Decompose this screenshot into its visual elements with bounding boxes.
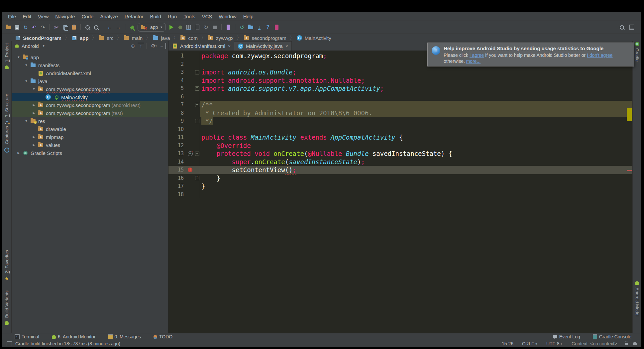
code-line[interactable]: 3−import android.os.Bundle; bbox=[168, 68, 632, 76]
menu-help[interactable]: Help bbox=[240, 14, 257, 19]
context-indicator[interactable]: Context: <no context> bbox=[572, 341, 617, 346]
hide-panel-icon[interactable]: ← bbox=[159, 43, 166, 49]
close-icon[interactable]: × bbox=[228, 44, 231, 49]
redo-icon[interactable]: ↷ bbox=[39, 24, 47, 31]
undo-icon[interactable]: ↶ bbox=[31, 24, 38, 31]
help-icon[interactable]: ? bbox=[264, 24, 271, 31]
toolwindow-tab-project[interactable]: 1: Project bbox=[2, 43, 11, 69]
layout-inspector-icon[interactable] bbox=[273, 24, 280, 31]
code-line[interactable]: 6 bbox=[168, 93, 632, 101]
toolwindow-tab-structure[interactable]: 7: Structure bbox=[2, 94, 11, 124]
line-number[interactable]: 5 bbox=[168, 84, 186, 93]
tree-row-androidmanifest[interactable]: AndroidManifest.xml bbox=[12, 69, 168, 77]
tree-row-package-main[interactable]: ▼com.zywwgx.secondprogram bbox=[12, 85, 168, 93]
hector-robot-icon[interactable] bbox=[633, 342, 637, 345]
lock-icon[interactable] bbox=[625, 343, 628, 345]
replace-icon[interactable] bbox=[92, 24, 100, 31]
fold-marker-icon[interactable]: ^ bbox=[195, 119, 199, 123]
line-number[interactable]: 14 bbox=[168, 158, 186, 166]
locate-icon[interactable]: ⊕ bbox=[130, 43, 136, 49]
tree-row-res[interactable]: ▼res bbox=[12, 117, 168, 125]
tab-mainactivity[interactable]: C MainActivity.java × bbox=[234, 41, 292, 51]
fold-marker-icon[interactable]: ^ bbox=[195, 86, 199, 91]
hide-windows-icon[interactable] bbox=[628, 24, 635, 31]
menu-vcs[interactable]: VCS bbox=[198, 14, 215, 19]
toolwindow-tab-gradle-console[interactable]: Gradle Console bbox=[593, 334, 631, 339]
breadcrumb-zywwgx[interactable]: zywwgx bbox=[208, 35, 234, 41]
rerun-icon[interactable]: ↻ bbox=[202, 24, 210, 31]
breadcrumb-com[interactable]: com bbox=[180, 35, 198, 41]
line-number[interactable]: 8 bbox=[168, 109, 186, 117]
stop-icon[interactable] bbox=[211, 24, 218, 31]
code-line[interactable]: 14 super.onCreate(savedInstanceState); bbox=[168, 158, 632, 166]
save-all-icon[interactable] bbox=[13, 24, 21, 31]
run-with-coverage-icon[interactable] bbox=[185, 24, 192, 31]
breadcrumb-app[interactable]: app bbox=[71, 35, 89, 41]
fold-marker-icon[interactable]: − bbox=[195, 70, 199, 74]
toolwindow-tab-todo[interactable]: TODO bbox=[154, 334, 172, 339]
expand-arrow[interactable]: ▼ bbox=[23, 119, 30, 123]
line-number[interactable]: 16 bbox=[168, 174, 186, 182]
debug-icon[interactable] bbox=[176, 24, 184, 31]
line-number[interactable]: 3 bbox=[168, 68, 186, 76]
tree-row-mainactivity[interactable]: CMainActivity bbox=[12, 93, 168, 101]
breadcrumb-project[interactable]: SecondProgram bbox=[15, 35, 61, 41]
tree-row-package-androidtest[interactable]: ▶com.zywwgx.secondprogram (androidTest) bbox=[12, 101, 168, 109]
tab-androidmanifest[interactable]: AndroidManifest.xml × bbox=[168, 42, 234, 51]
line-number[interactable]: 1 bbox=[168, 52, 186, 60]
toolwindow-tab-terminal[interactable]: >_Terminal bbox=[15, 334, 39, 339]
menu-navigate[interactable]: Navigate bbox=[52, 14, 78, 19]
menu-analyze[interactable]: Analyze bbox=[97, 14, 121, 19]
tree-row-mipmap[interactable]: ▶mipmap bbox=[12, 133, 168, 141]
back-icon[interactable]: ← bbox=[106, 24, 113, 31]
gradle-sync-icon[interactable]: ↺ bbox=[238, 24, 246, 31]
line-number[interactable]: 2 bbox=[168, 60, 186, 68]
tree-row-java[interactable]: ▼java bbox=[12, 77, 168, 85]
line-number[interactable]: 11 bbox=[168, 133, 186, 142]
fold-marker-icon[interactable]: − bbox=[195, 152, 199, 156]
code-line[interactable]: 10 bbox=[168, 125, 632, 134]
menu-tools[interactable]: Tools bbox=[180, 14, 198, 19]
open-project-icon[interactable] bbox=[5, 24, 12, 31]
line-number[interactable]: 4 bbox=[168, 76, 186, 85]
code-line[interactable]: 7−/** bbox=[168, 101, 632, 109]
breadcrumb-mainactivity[interactable]: CMainActivity bbox=[296, 35, 331, 41]
line-number[interactable]: 17 bbox=[168, 182, 186, 190]
fold-marker-icon[interactable]: ^ bbox=[195, 176, 199, 180]
line-number[interactable]: 10 bbox=[168, 125, 186, 134]
find-icon[interactable] bbox=[84, 24, 91, 31]
menu-file[interactable]: File bbox=[5, 14, 19, 19]
code-line[interactable]: 5^import android.support.v7.app.AppCompa… bbox=[168, 84, 632, 93]
toolwindow-tab-android-model[interactable]: Android Model bbox=[633, 281, 641, 316]
paste-icon[interactable] bbox=[70, 24, 77, 31]
tree-row-app[interactable]: ▼app bbox=[12, 53, 168, 61]
line-number[interactable]: 6 bbox=[168, 93, 186, 101]
project-structure-icon[interactable] bbox=[247, 24, 254, 31]
expand-arrow[interactable]: ▼ bbox=[30, 87, 38, 91]
more-link[interactable]: more... bbox=[466, 58, 481, 64]
make-project-icon[interactable] bbox=[128, 24, 136, 31]
expand-arrow[interactable]: ▼ bbox=[23, 79, 30, 83]
copy-icon[interactable] bbox=[61, 24, 69, 31]
menu-window[interactable]: Window bbox=[215, 14, 240, 19]
tree-row-gradle-scripts[interactable]: ▶Gradle Scripts bbox=[12, 149, 168, 157]
code-line[interactable]: 13o− protected void onCreate(@Nullable B… bbox=[168, 150, 632, 158]
breadcrumb-java[interactable]: java bbox=[153, 35, 170, 41]
menu-view[interactable]: View bbox=[35, 14, 52, 19]
expand-arrow[interactable]: ▶ bbox=[30, 111, 38, 115]
encoding-selector[interactable]: UTF-8⇕ bbox=[546, 341, 563, 346]
forward-icon[interactable]: → bbox=[115, 24, 122, 31]
chevron-down-icon[interactable]: ▼ bbox=[42, 44, 45, 48]
sdk-manager-icon[interactable]: ↓ bbox=[256, 24, 263, 31]
expand-arrow[interactable]: ▼ bbox=[23, 63, 30, 67]
breadcrumb-src[interactable]: src bbox=[99, 35, 114, 41]
code-line[interactable]: 4import android.support.annotation.Nulla… bbox=[168, 76, 632, 85]
toggle-toolwindows-icon[interactable] bbox=[7, 341, 12, 346]
tree-row-values[interactable]: ▶values bbox=[12, 141, 168, 149]
line-number[interactable]: 15 bbox=[168, 166, 186, 174]
code-line[interactable]: 18 bbox=[168, 190, 632, 199]
code-line[interactable]: 8 * Created by Administrator on 2018\8\6… bbox=[168, 109, 632, 117]
menu-build[interactable]: Build bbox=[147, 14, 164, 19]
line-number[interactable]: 7 bbox=[168, 101, 186, 109]
line-number[interactable]: 12 bbox=[168, 142, 186, 150]
